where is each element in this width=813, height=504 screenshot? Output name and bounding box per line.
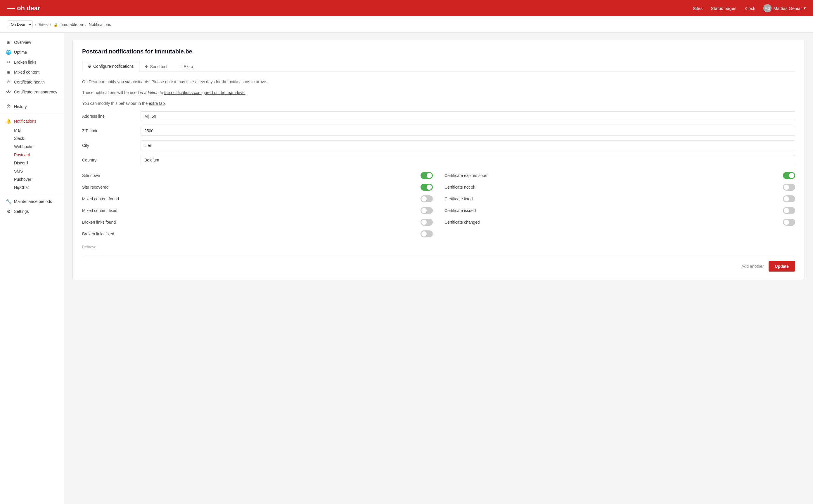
toggle-label-cert-changed: Certificate changed [444, 220, 480, 225]
org-select[interactable]: Oh Dear [7, 20, 33, 28]
breadcrumb-sep-1: / [35, 22, 36, 27]
toggle-site-recovered[interactable] [421, 184, 433, 191]
sidebar-sub-webhooks[interactable]: Webhooks [14, 142, 64, 151]
sidebar-item-broken-links[interactable]: ✂ Broken links [0, 57, 64, 67]
maintenance-icon: 🔧 [6, 199, 11, 204]
sidebar-item-maintenance[interactable]: 🔧 Maintenance periods [0, 197, 64, 206]
sidebar-label-maintenance: Maintenance periods [14, 199, 52, 204]
breadcrumb-sites[interactable]: Sites [39, 22, 48, 27]
toggle-site-down[interactable] [421, 172, 433, 179]
toggle-item-site-down: Site down [82, 170, 433, 181]
breadcrumb-site[interactable]: 🔒immutable.be [53, 22, 83, 27]
sidebar-label-broken-links: Broken links [14, 60, 36, 65]
user-name: Mattias Geniar [773, 6, 802, 11]
toggle-item-cert-not-ok: Certificate not ok [444, 181, 795, 193]
toggle-item-cert-fixed: Certificate fixed [444, 193, 795, 205]
tab-extra[interactable]: ··· Extra [173, 61, 199, 72]
cert-health-icon: ⟳ [6, 79, 11, 85]
sidebar-sub-hipchat[interactable]: HipChat [14, 183, 64, 192]
sidebar-sub-pushover[interactable]: Pushover [14, 175, 64, 183]
sidebar-sub-discord[interactable]: Discord [14, 159, 64, 167]
sidebar-sub-slack[interactable]: Slack [14, 134, 64, 142]
toggle-cert-not-ok[interactable] [783, 184, 795, 191]
toggle-label-site-down: Site down [82, 173, 100, 178]
sidebar-item-certificate-health[interactable]: ⟳ Certificate health [0, 77, 64, 87]
sidebar-sub-mail[interactable]: Mail [14, 126, 64, 134]
card-footer: Add another Update [82, 256, 795, 272]
label-zip: ZIP code [82, 128, 140, 133]
toggle-label-broken-links-fixed: Broken links fixed [82, 232, 114, 236]
breadcrumb-current: Notifications [89, 22, 111, 27]
layout: ⊞ Overview 🌐 Uptime ✂ Broken links ▣ Mix… [0, 33, 813, 504]
toggle-mixed-content-fixed[interactable] [421, 207, 433, 214]
input-city[interactable] [140, 140, 795, 150]
input-address[interactable] [140, 111, 795, 121]
sidebar-divider-3 [0, 194, 64, 194]
logo-dash: — [7, 4, 15, 13]
label-address: Address line [82, 114, 140, 119]
sidebar-item-certificate-transparency[interactable]: 👁 Certificate transparency [0, 87, 64, 97]
nav-status-pages[interactable]: Status pages [711, 6, 736, 11]
toggle-cert-fixed[interactable] [783, 195, 795, 202]
nav-sites[interactable]: Sites [693, 6, 703, 11]
user-menu[interactable]: MG Mattias Geniar ▾ [763, 4, 806, 12]
input-zip[interactable] [140, 126, 795, 136]
tab-send-test[interactable]: ✈ Send test [139, 61, 173, 72]
chevron-down-icon: ▾ [804, 6, 806, 11]
breadcrumb: Oh Dear / Sites / 🔒immutable.be / Notifi… [0, 16, 813, 33]
add-another-button[interactable]: Add another [741, 264, 764, 269]
input-country[interactable] [140, 155, 795, 165]
history-icon: ⏱ [6, 104, 11, 109]
sidebar-label-notifications: Notifications [14, 119, 36, 124]
send-icon: ✈ [145, 64, 148, 69]
extra-icon: ··· [178, 64, 182, 69]
remove-link[interactable]: Remove [82, 245, 96, 249]
overview-icon: ⊞ [6, 40, 11, 45]
extra-tab-link[interactable]: extra tab [149, 101, 164, 106]
configure-icon: ⚙ [88, 64, 91, 69]
toggle-item-mixed-content-fixed: Mixed content fixed [82, 205, 433, 216]
toggle-mixed-content-found[interactable] [421, 195, 433, 202]
team-level-link[interactable]: the notifications configured on the team… [164, 90, 246, 95]
sidebar-item-overview[interactable]: ⊞ Overview [0, 37, 64, 47]
sidebar-item-history[interactable]: ⏱ History [0, 102, 64, 111]
toggle-broken-links-fixed[interactable] [421, 230, 433, 237]
sidebar-sub-sms[interactable]: SMS [14, 167, 64, 175]
main-content: Postcard notifications for immutable.be … [64, 33, 813, 504]
sidebar: ⊞ Overview 🌐 Uptime ✂ Broken links ▣ Mix… [0, 33, 64, 504]
info-text-1: Oh Dear can notify you via postcards. Pl… [82, 79, 795, 85]
sidebar-label-settings: Settings [14, 209, 29, 214]
toggles-left: Site down Site recovered [82, 170, 433, 240]
sidebar-sub-postcard[interactable]: Postcard [14, 151, 64, 159]
breadcrumb-sep-2: / [50, 22, 51, 27]
toggles-grid: Site down Site recovered [82, 170, 795, 240]
broken-links-icon: ✂ [6, 60, 11, 65]
uptime-icon: 🌐 [6, 50, 11, 55]
toggle-item-broken-links-found: Broken links found [82, 216, 433, 228]
toggle-item-cert-issued: Certificate issued [444, 205, 795, 216]
sidebar-item-notifications[interactable]: 🔔 Notifications [0, 116, 64, 126]
sidebar-label-uptime: Uptime [14, 50, 27, 55]
update-button[interactable]: Update [769, 261, 795, 272]
nav-kiosk[interactable]: Kiosk [745, 6, 755, 11]
toggle-label-cert-fixed: Certificate fixed [444, 197, 472, 201]
toggle-label-site-recovered: Site recovered [82, 185, 108, 190]
toggle-cert-expires-soon[interactable] [783, 172, 795, 179]
sidebar-item-settings[interactable]: ⚙ Settings [0, 206, 64, 216]
cert-transparency-icon: 👁 [6, 89, 11, 94]
sidebar-item-mixed-content[interactable]: ▣ Mixed content [0, 67, 64, 77]
logo-text: oh dear [17, 4, 40, 12]
sidebar-item-uptime[interactable]: 🌐 Uptime [0, 47, 64, 57]
settings-icon: ⚙ [6, 209, 11, 214]
toggle-item-site-recovered: Site recovered [82, 181, 433, 193]
toggle-cert-issued[interactable] [783, 207, 795, 214]
tab-configure[interactable]: ⚙ Configure notifications [82, 61, 139, 72]
toggle-cert-changed[interactable] [783, 219, 795, 226]
info-text-3: You can modify this behaviour in the ext… [82, 100, 795, 107]
sidebar-label-overview: Overview [14, 40, 31, 45]
top-nav-right: Sites Status pages Kiosk MG Mattias Geni… [693, 4, 806, 12]
toggle-item-mixed-content-found: Mixed content found [82, 193, 433, 205]
toggle-broken-links-found[interactable] [421, 219, 433, 226]
toggle-label-mixed-content-found: Mixed content found [82, 197, 119, 201]
top-nav: — oh dear Sites Status pages Kiosk MG Ma… [0, 0, 813, 16]
